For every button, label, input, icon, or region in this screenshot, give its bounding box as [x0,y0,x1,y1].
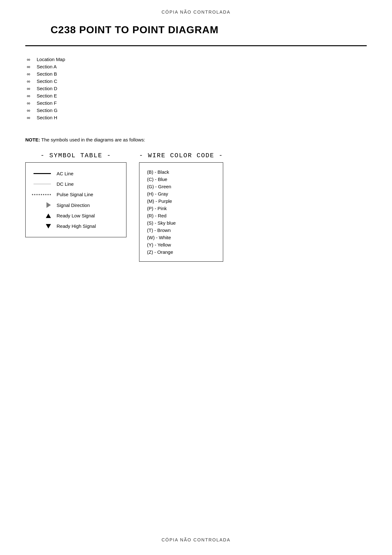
toc-item-label: Section C [37,78,57,84]
wire-color-row: (G) - Green [147,183,215,190]
ready-high-icon [32,224,51,228]
toc-item-label: Section H [37,115,57,120]
note-body: The symbols used in the diagrams are as … [40,137,145,142]
toc-item-label: Section F [37,100,57,106]
footer-watermark: CÓPIA NÃO CONTROLADA [0,537,392,542]
wire-color-row: (P) - Pink [147,205,215,212]
toc-list-item: ∞Section C [25,78,367,85]
toc-list: ∞Location Map∞Section A∞Section B∞Sectio… [25,56,367,121]
wire-color-row: (Z) - Orange [147,248,215,256]
infinity-icon: ∞ [25,71,32,77]
wire-color-row: (B) - Black [147,168,215,176]
wire-color-row: (T) - Brown [147,227,215,234]
symbol-row-ready-low: Ready Low Signal [32,210,120,221]
wire-color-row: (W) - White [147,234,215,241]
infinity-icon: ∞ [25,108,32,113]
toc-item-label: Section A [37,64,57,69]
note-section: NOTE: The symbols used in the diagrams a… [0,131,392,152]
toc-item-label: Section B [37,71,57,77]
toc-list-item: ∞Section B [25,70,367,78]
page-title-section: C238 POINT TO POINT DIAGRAM [25,18,367,46]
toc-item-label: Location Map [37,57,65,62]
tables-row: - SYMBOL TABLE - AC Line DC Line [0,152,392,262]
infinity-icon: ∞ [25,57,32,62]
symbol-row-ac-line: AC Line [32,168,120,179]
wire-color-row: (S) - Sky blue [147,219,215,227]
note-text: NOTE: The symbols used in the diagrams a… [25,137,367,142]
toc-list-item: ∞Section G [25,107,367,114]
ac-line-icon [32,173,51,174]
toc-item-label: Section G [37,108,58,113]
toc-list-item: ∞Location Map [25,56,367,63]
dc-line-label: DC Line [57,181,74,187]
wire-color-title: - WIRE COLOR CODE - [139,152,223,159]
infinity-icon: ∞ [25,86,32,91]
wire-color-box: (B) - Black(C) - Blue(G) - Green(H) - Gr… [139,162,223,262]
ready-low-icon [32,214,51,218]
wire-color-row: (C) - Blue [147,176,215,183]
toc-list-item: ∞Section E [25,92,367,99]
ac-line-label: AC Line [57,171,73,176]
symbol-table-container: - SYMBOL TABLE - AC Line DC Line [25,152,126,237]
symbol-row-signal-direction: Signal Direction [32,200,120,210]
ready-low-label: Ready Low Signal [57,213,95,218]
toc-item-label: Section E [37,93,57,98]
pulse-signal-icon [32,194,51,195]
symbol-row-pulse: Pulse Signal Line [32,189,120,200]
wire-color-row: (R) - Red [147,212,215,219]
ready-high-label: Ready High Signal [57,223,96,229]
signal-direction-icon [32,202,51,208]
wire-color-row: (Y) - Yellow [147,241,215,248]
wire-color-row: (M) - Purple [147,197,215,205]
infinity-icon: ∞ [25,93,32,98]
signal-direction-label: Signal Direction [57,203,90,208]
wire-color-row: (H) - Gray [147,190,215,197]
infinity-icon: ∞ [25,100,32,106]
symbol-box: AC Line DC Line [25,162,126,237]
infinity-icon: ∞ [25,115,32,120]
infinity-icon: ∞ [25,78,32,84]
toc-list-item: ∞Section F [25,99,367,107]
toc-item-label: Section D [37,86,57,91]
symbol-row-dc-line: DC Line [32,179,120,189]
wire-color-container: - WIRE COLOR CODE - (B) - Black(C) - Blu… [139,152,223,262]
note-bold: NOTE: [25,137,40,142]
page-title: C238 POINT TO POINT DIAGRAM [51,24,341,36]
header-watermark: CÓPIA NÃO CONTROLADA [0,0,392,18]
symbol-row-ready-high: Ready High Signal [32,221,120,231]
dc-line-icon [32,184,51,184]
infinity-icon: ∞ [25,64,32,69]
pulse-label: Pulse Signal Line [57,192,93,197]
toc-list-item: ∞Section D [25,85,367,92]
symbol-table-title: - SYMBOL TABLE - [25,152,126,159]
toc-section: ∞Location Map∞Section A∞Section B∞Sectio… [0,46,392,131]
toc-list-item: ∞Section A [25,63,367,70]
toc-list-item: ∞Section H [25,114,367,121]
